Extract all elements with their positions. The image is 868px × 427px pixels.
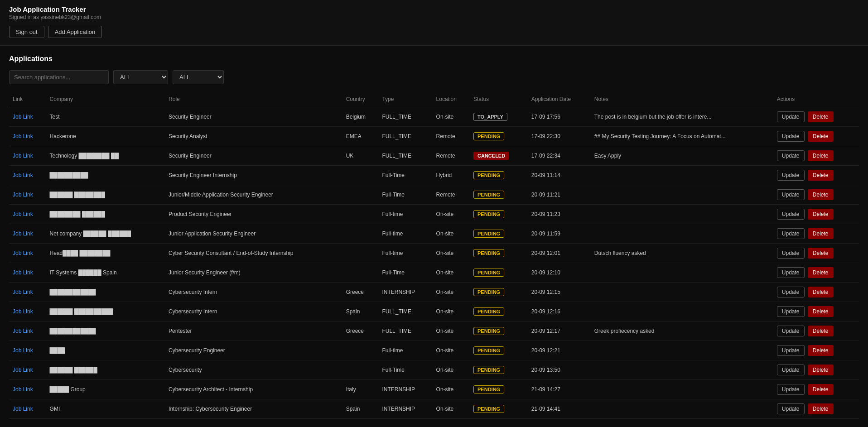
country-cell (342, 263, 379, 283)
job-link-12[interactable]: Job Link (13, 347, 33, 354)
job-link-11[interactable]: Job Link (13, 328, 33, 334)
delete-button-13[interactable]: Delete (808, 365, 834, 375)
delete-button-6[interactable]: Delete (808, 228, 834, 239)
company-cell: Hackerone (46, 127, 165, 146)
company-cell: Head████ ████████ (46, 244, 165, 263)
job-link-6[interactable]: Job Link (13, 230, 33, 237)
signout-button[interactable]: Sign out (9, 26, 44, 38)
col-type: Type (378, 92, 432, 107)
job-link-4[interactable]: Job Link (13, 192, 33, 198)
job-link-8[interactable]: Job Link (13, 269, 33, 276)
search-input[interactable] (9, 70, 109, 84)
table-row: Job Link ████ Cybersecurity Engineer Ful… (9, 341, 859, 360)
delete-button-15[interactable]: Delete (808, 403, 834, 414)
table-row: Job Link ████████████ Cybersecurity Inte… (9, 283, 859, 302)
delete-button-8[interactable]: Delete (808, 267, 834, 278)
update-button-4[interactable]: Update (777, 189, 805, 200)
header: Job Application Tracker Signed in as yas… (0, 0, 868, 46)
notes-cell (591, 263, 773, 283)
role-cell: Security Engineer (165, 146, 342, 166)
notes-cell: ## My Security Testing Journey: A Focus … (591, 127, 773, 146)
update-button-7[interactable]: Update (777, 248, 805, 259)
delete-button-1[interactable]: Delete (808, 131, 834, 142)
job-link-7[interactable]: Job Link (13, 250, 33, 256)
status-badge: PENDING (473, 327, 504, 335)
delete-button-3[interactable]: Delete (808, 170, 834, 181)
delete-button-14[interactable]: Delete (808, 384, 834, 395)
type-filter-select[interactable]: ALL FULL_TIME INTERNSHIP Full-Time Full-… (113, 70, 168, 84)
table-row: Job Link Head████ ████████ Cyber Securit… (9, 244, 859, 263)
update-button-10[interactable]: Update (777, 306, 805, 317)
status-badge: PENDING (473, 191, 504, 199)
update-button-11[interactable]: Update (777, 326, 805, 336)
update-button-13[interactable]: Update (777, 365, 805, 375)
update-button-14[interactable]: Update (777, 384, 805, 395)
job-link-2[interactable]: Job Link (13, 153, 33, 159)
delete-button-2[interactable]: Delete (808, 150, 834, 161)
table-row: Job Link Test Security Engineer Belgium … (9, 107, 859, 127)
type-cell: Full-time (378, 224, 432, 244)
table-row: Job Link ████████ ██████ Product Securit… (9, 205, 859, 224)
delete-button-5[interactable]: Delete (808, 209, 834, 220)
job-link-10[interactable]: Job Link (13, 308, 33, 315)
location-cell: On-site (433, 205, 470, 224)
actions-cell: Update Delete (773, 224, 859, 244)
update-button-5[interactable]: Update (777, 209, 805, 220)
delete-button-0[interactable]: Delete (808, 111, 834, 122)
update-button-6[interactable]: Update (777, 228, 805, 239)
notes-cell (591, 283, 773, 302)
country-cell: Greece (342, 321, 379, 341)
delete-button-12[interactable]: Delete (808, 345, 834, 356)
status-badge: TO_APPLY (473, 113, 507, 121)
job-link-14[interactable]: Job Link (13, 386, 33, 393)
date-cell: 20-09 12:15 (528, 283, 591, 302)
update-button-12[interactable]: Update (777, 345, 805, 356)
type-cell: Full-time (378, 244, 432, 263)
actions-cell: Update Delete (773, 244, 859, 263)
col-country: Country (342, 92, 379, 107)
col-company: Company (46, 92, 165, 107)
type-cell: INTERNSHIP (378, 399, 432, 419)
status-badge: PENDING (473, 171, 504, 179)
job-link-3[interactable]: Job Link (13, 172, 33, 178)
add-application-button[interactable]: Add Application (48, 26, 102, 38)
update-button-3[interactable]: Update (777, 170, 805, 181)
update-button-0[interactable]: Update (777, 111, 805, 122)
company-cell: ██████ ████████ (46, 185, 165, 205)
update-button-2[interactable]: Update (777, 150, 805, 161)
delete-button-4[interactable]: Delete (808, 189, 834, 200)
job-link-1[interactable]: Job Link (13, 133, 33, 139)
role-cell: Internship: Cybersecurity Engineer (165, 399, 342, 419)
type-cell: INTERNSHIP (378, 380, 432, 399)
delete-button-7[interactable]: Delete (808, 248, 834, 259)
update-button-15[interactable]: Update (777, 403, 805, 414)
status-badge: PENDING (473, 366, 504, 374)
company-cell: Test (46, 107, 165, 127)
job-link-9[interactable]: Job Link (13, 289, 33, 295)
actions-cell: Update Delete (773, 321, 859, 341)
status-cell: PENDING (470, 127, 528, 146)
applications-table: Link Company Role Country Type Location … (9, 92, 859, 419)
table-row: Job Link ██████ ██████ Cybersecurity Ful… (9, 360, 859, 380)
delete-button-10[interactable]: Delete (808, 306, 834, 317)
location-cell: Remote (433, 127, 470, 146)
job-link-5[interactable]: Job Link (13, 211, 33, 217)
delete-button-11[interactable]: Delete (808, 326, 834, 336)
col-status: Status (470, 92, 528, 107)
table-header: Link Company Role Country Type Location … (9, 92, 859, 107)
update-button-1[interactable]: Update (777, 131, 805, 142)
company-cell: ██████████ (46, 166, 165, 185)
status-cell: PENDING (470, 399, 528, 419)
type-cell: FULL_TIME (378, 107, 432, 127)
job-link-0[interactable]: Job Link (13, 114, 33, 120)
update-button-9[interactable]: Update (777, 287, 805, 297)
update-button-8[interactable]: Update (777, 267, 805, 278)
location-cell: On-site (433, 321, 470, 341)
job-link-13[interactable]: Job Link (13, 367, 33, 373)
location-cell: On-site (433, 380, 470, 399)
job-link-15[interactable]: Job Link (13, 406, 33, 412)
country-cell (342, 224, 379, 244)
delete-button-9[interactable]: Delete (808, 287, 834, 297)
status-filter-select[interactable]: ALL PENDING CANCELED TO_APPLY (173, 70, 224, 84)
status-badge: PENDING (473, 288, 504, 296)
